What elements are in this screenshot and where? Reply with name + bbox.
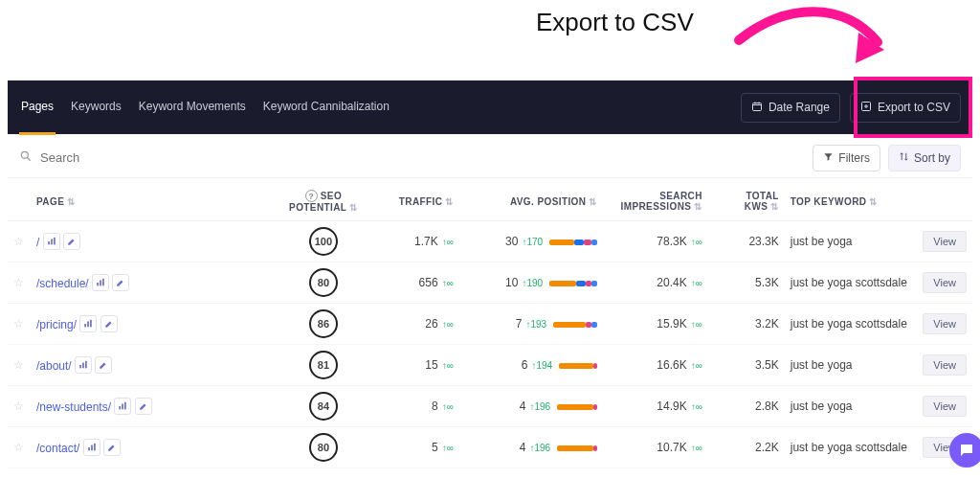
edit-icon[interactable]: [100, 315, 118, 332]
star-icon[interactable]: ☆: [13, 276, 24, 289]
avg-position-cell: 4↑196: [459, 427, 603, 468]
sort-indicator-icon: ⇅: [445, 196, 453, 207]
filters-button[interactable]: Filters: [813, 145, 880, 171]
svg-rect-20: [94, 444, 96, 451]
help-icon[interactable]: ?: [305, 190, 318, 202]
traffic-cell: 26↑∞: [364, 304, 459, 345]
table-row: ☆ / 100 1.7K↑∞ 30↑170 78.3K↑∞ 23.3K just…: [8, 221, 972, 262]
chart-icon[interactable]: [75, 356, 92, 374]
kws-cell: 5.3K: [708, 262, 785, 304]
col-top-keyword[interactable]: TOP KEYWORD⇅: [785, 182, 915, 221]
seo-potential-badge: 80: [309, 433, 338, 462]
seo-potential-badge: 86: [309, 309, 338, 338]
search-box[interactable]: [19, 149, 193, 166]
page-cell: /pricing/: [31, 304, 283, 345]
edit-icon[interactable]: [112, 274, 129, 291]
sort-indicator-icon: ⇅: [349, 202, 357, 213]
search-input[interactable]: [40, 150, 193, 165]
traffic-cell: 656↑∞: [364, 262, 459, 304]
traffic-cell: 15↑∞: [364, 345, 459, 386]
sort-indicator-icon: ⇅: [869, 196, 877, 207]
chart-icon[interactable]: [92, 274, 109, 291]
avg-position-cell: 6↑194: [459, 345, 603, 386]
view-button[interactable]: View: [923, 313, 967, 334]
sort-indicator-icon: ⇅: [589, 196, 596, 207]
page-link[interactable]: /contact/: [36, 442, 79, 455]
table-row: ☆ /schedule/ 80 656↑∞ 10↑190 20.4K↑∞ 5.3…: [8, 262, 972, 304]
page-link[interactable]: /about/: [36, 359, 72, 373]
svg-rect-16: [122, 404, 124, 410]
svg-rect-12: [79, 365, 81, 368]
top-keyword-cell: just be yoga: [785, 221, 915, 262]
nav-tabs: PagesKeywordsKeyword MovementsKeyword Ca…: [19, 80, 391, 135]
top-keyword-cell: just be yoga scottsdale: [785, 262, 915, 304]
sort-by-label: Sort by: [914, 151, 950, 165]
star-icon[interactable]: ☆: [13, 441, 24, 454]
avg-position-cell: 30↑170: [459, 221, 603, 262]
sort-indicator-icon: ⇅: [67, 196, 75, 207]
star-icon[interactable]: ☆: [13, 235, 24, 248]
view-button[interactable]: View: [923, 396, 967, 417]
results-table-container: PAGE⇅?SEO POTENTIAL⇅TRAFFIC⇅AVG. POSITIO…: [8, 182, 972, 475]
calendar-icon: [751, 101, 763, 115]
chart-icon[interactable]: [43, 233, 60, 250]
star-icon[interactable]: ☆: [13, 317, 24, 331]
svg-rect-5: [54, 238, 56, 245]
sort-by-button[interactable]: Sort by: [888, 145, 961, 171]
col-total-kws[interactable]: TOTAL KWS⇅: [708, 182, 785, 221]
star-icon[interactable]: ☆: [13, 399, 24, 413]
svg-rect-19: [91, 445, 93, 451]
page-link[interactable]: /pricing/: [36, 318, 77, 331]
col-page[interactable]: PAGE⇅: [31, 182, 283, 221]
table-row: ☆ /contact/ 80 5↑∞ 4↑196 10.7K↑∞ 2.2K ju…: [8, 427, 972, 468]
page-link[interactable]: /#:~:text=2%20WEEKS%20OF%20UNLIMIT...: [36, 474, 271, 475]
seo-potential-badge: 100: [309, 227, 338, 256]
date-range-button[interactable]: Date Range: [741, 93, 840, 123]
seo-potential-badge: 84: [309, 392, 338, 421]
svg-rect-4: [51, 240, 53, 245]
tab-keywords[interactable]: Keywords: [69, 80, 123, 135]
page-link[interactable]: /new-students/: [36, 400, 111, 414]
edit-icon[interactable]: [95, 356, 112, 374]
view-button[interactable]: View: [923, 354, 967, 376]
svg-rect-14: [85, 361, 87, 369]
star-icon[interactable]: ☆: [13, 358, 24, 372]
seo-potential-badge: 81: [309, 351, 338, 379]
export-csv-button[interactable]: Export to CSV: [850, 93, 961, 123]
chart-icon[interactable]: [114, 398, 131, 415]
traffic-cell: 5↑∞: [364, 427, 459, 468]
tab-pages[interactable]: Pages: [19, 80, 56, 135]
results-table: PAGE⇅?SEO POTENTIAL⇅TRAFFIC⇅AVG. POSITIO…: [8, 182, 972, 475]
page-link[interactable]: /schedule/: [36, 277, 89, 290]
edit-icon[interactable]: [103, 439, 121, 456]
top-keyword-cell: just be yoga: [785, 345, 915, 386]
col-seo-potential[interactable]: ?SEO POTENTIAL⇅: [283, 182, 364, 221]
edit-icon[interactable]: [135, 398, 152, 415]
tab-keyword-movements[interactable]: Keyword Movements: [137, 80, 248, 135]
kws-cell: 23.3K: [708, 221, 785, 262]
page-cell: /schedule/: [31, 262, 283, 304]
table-row: ☆ /about/ 81 15↑∞ 6↑194 16.6K↑∞ 3.5K jus…: [8, 345, 972, 386]
view-button[interactable]: View: [923, 231, 967, 252]
table-row: ☆ /#:~:text=2%20WEEKS%20OF%20UNLIMIT... …: [8, 468, 972, 476]
col-traffic[interactable]: TRAFFIC⇅: [364, 182, 459, 221]
export-icon: [860, 101, 872, 115]
view-button[interactable]: View: [923, 272, 967, 293]
chat-bubble-button[interactable]: [949, 433, 980, 468]
tab-keyword-cannibalization[interactable]: Keyword Cannibalization: [261, 80, 391, 135]
sort-indicator-icon: ⇅: [770, 201, 778, 212]
kws-cell: 2: [708, 468, 785, 476]
impressions-cell: 15.9K↑∞: [603, 304, 708, 345]
chart-icon[interactable]: [79, 315, 97, 332]
filter-icon: [823, 151, 834, 165]
page-link[interactable]: /: [36, 236, 39, 249]
svg-point-2: [21, 151, 28, 158]
filters-label: Filters: [838, 151, 870, 165]
avg-position-cell: 4↑196: [459, 386, 603, 427]
svg-rect-10: [88, 322, 90, 328]
col-search-impressions[interactable]: SEARCH IMPRESSIONS⇅: [603, 182, 708, 221]
chart-icon[interactable]: [83, 439, 100, 456]
search-icon: [19, 149, 33, 166]
col-avg-position[interactable]: AVG. POSITION⇅: [459, 182, 603, 221]
edit-icon[interactable]: [63, 233, 80, 250]
